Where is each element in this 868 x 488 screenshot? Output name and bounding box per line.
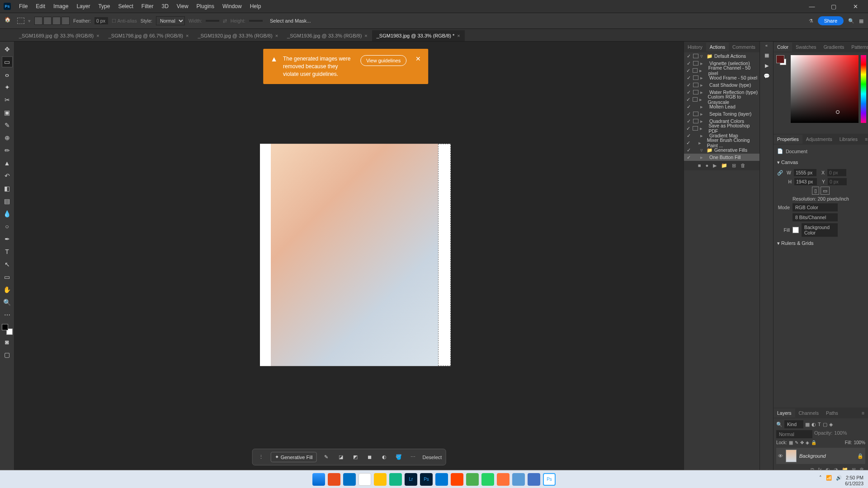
wand-tool[interactable]: ✦ [2,82,13,93]
link-icon[interactable]: 🔗 [777,170,783,176]
lock-pixel-icon[interactable]: ✎ [795,440,798,445]
move-tool[interactable]: ✥ [2,44,13,55]
brush-icon[interactable]: ✎ [321,452,331,462]
check-icon[interactable]: ✓ [686,97,691,102]
fill-icon[interactable]: 🪣 [394,452,404,462]
frame-tool[interactable]: ▣ [2,107,13,118]
record-icon[interactable]: ● [706,163,709,169]
action-row[interactable]: ✓▸Cast Shadow (type) [684,81,760,89]
menu-3d[interactable]: 3D [158,1,172,11]
share-button[interactable]: Share [818,16,844,25]
select-mask-button[interactable]: Select and Mask... [266,16,315,25]
lock-trans-icon[interactable]: ▦ [789,440,793,445]
home-icon[interactable]: 🏠 [5,17,14,25]
explorer-icon[interactable] [374,473,387,486]
fill-value[interactable]: 100% [854,440,865,445]
check-icon[interactable]: ✓ [686,111,691,117]
menu-image[interactable]: Image [50,1,72,11]
whatsapp-icon[interactable] [481,473,494,486]
tab-comments[interactable]: Comments [729,42,759,52]
workspace-icon[interactable]: ▦ [859,18,863,24]
firefox-icon[interactable] [497,473,509,486]
filter-icon[interactable]: 🔍 [776,422,783,427]
add-sel-icon[interactable]: ◪ [336,452,346,462]
check-icon[interactable]: ✓ [686,53,691,59]
panel-menu-icon[interactable]: ≡ [861,135,868,144]
tab-channels[interactable]: Channels [795,408,822,418]
tab-history[interactable]: History [684,42,706,52]
menu-window[interactable]: Window [219,1,245,11]
transform-icon[interactable]: ◐ [379,452,389,462]
style-dropdown[interactable]: Normal [156,16,185,25]
tab-color[interactable]: Color [774,42,792,52]
new-action-icon[interactable]: ⊞ [732,163,736,169]
check-icon[interactable]: ✓ [686,104,691,109]
check-icon[interactable]: ✓ [686,68,691,73]
marquee-tool[interactable]: ▭ [2,56,13,67]
tab-patterns[interactable]: Patterns [848,42,868,52]
taskbar-app-2[interactable] [343,473,356,486]
check-icon[interactable]: ✓ [686,126,691,131]
folder-icon[interactable]: 📁 [721,163,727,169]
action-row[interactable]: ✓▸Custom RGB to Grayscale [684,96,760,103]
panel-menu-icon[interactable]: ≡ [858,408,868,418]
action-row[interactable]: ✓▸Save as Photoshop PDF [684,125,760,132]
fill-swatch[interactable] [793,227,799,233]
check-icon[interactable]: ✓ [686,133,691,138]
close-icon[interactable]: × [96,33,99,38]
brush-tool[interactable]: ✏ [2,145,13,156]
dialog-toggle-icon[interactable] [693,54,698,58]
dialog-toggle-icon[interactable] [693,75,698,80]
new-selection-icon[interactable] [34,17,42,25]
rulers-section[interactable]: ▾ Rulers & Grids [777,239,864,248]
hand-tool[interactable]: ✋ [2,284,13,295]
close-icon[interactable]: × [364,33,367,38]
blur-tool[interactable]: 💧 [2,208,13,219]
action-row[interactable]: ✓▸Sepia Toning (layer) [684,110,760,117]
color-swatches[interactable] [2,324,13,335]
taskbar-app-7[interactable] [512,473,525,486]
menu-type[interactable]: Type [94,1,113,11]
visibility-icon[interactable]: 👁 [778,453,783,459]
drag-handle-icon[interactable]: ⋮ [256,452,266,462]
tab-libraries[interactable]: Libraries [836,135,861,144]
path-tool[interactable]: ↖ [2,259,13,270]
deselect-button[interactable]: Deselect [423,455,442,460]
more-tools[interactable]: ⋯ [2,310,13,320]
disclosure-icon[interactable]: ▸ [700,126,704,131]
menu-file[interactable]: File [15,1,31,11]
tab-actions[interactable]: Actions [706,42,729,52]
tab-paths[interactable]: Paths [822,408,842,418]
disclosure-icon[interactable]: ▸ [700,82,705,88]
canvas[interactable]: ▲ The generated images were removed beca… [14,42,684,477]
photoshop-active-icon[interactable]: Ps [543,473,556,486]
taskbar-app-8[interactable] [528,473,540,486]
disclosure-icon[interactable]: ▸ [699,97,703,102]
start-button[interactable] [312,473,325,486]
smart-filter-icon[interactable]: ◈ [829,422,833,427]
eyedropper-tool[interactable]: ✎ [2,120,13,131]
beaker-icon[interactable]: ⚗ [809,18,813,24]
intersect-selection-icon[interactable] [61,17,70,25]
clock-time[interactable]: 2:50 PM [846,475,863,480]
dialog-toggle-icon[interactable] [693,90,698,94]
canvas-section[interactable]: ▾ Canvas [777,158,864,167]
menu-select[interactable]: Select [114,1,137,11]
volume-icon[interactable]: 🔊 [836,475,842,481]
type-filter-icon[interactable]: T [818,422,821,427]
close-warning-icon[interactable]: ✕ [415,55,421,62]
disclosure-icon[interactable]: ▿ [700,147,705,153]
disclosure-icon[interactable]: ▿ [700,53,705,59]
invert-icon[interactable]: ◼ [365,452,375,462]
action-row[interactable]: ✓▸Mixer Brush Cloning Paint ... [684,139,760,146]
play-icon[interactable]: ▶ [713,163,717,169]
tab-adjustments[interactable]: Adjustments [802,135,836,144]
disclosure-icon[interactable]: ▸ [700,75,705,80]
taskbar-app-6[interactable] [466,473,479,486]
lightroom-icon[interactable]: Lr [405,473,417,486]
search-icon[interactable]: 🔍 [848,18,854,24]
dodge-tool[interactable]: ○ [2,221,13,232]
fg-color[interactable] [776,55,784,63]
dialog-toggle-icon[interactable] [693,126,698,131]
generative-fill-button[interactable]: ✦Generative Fill [271,452,317,462]
